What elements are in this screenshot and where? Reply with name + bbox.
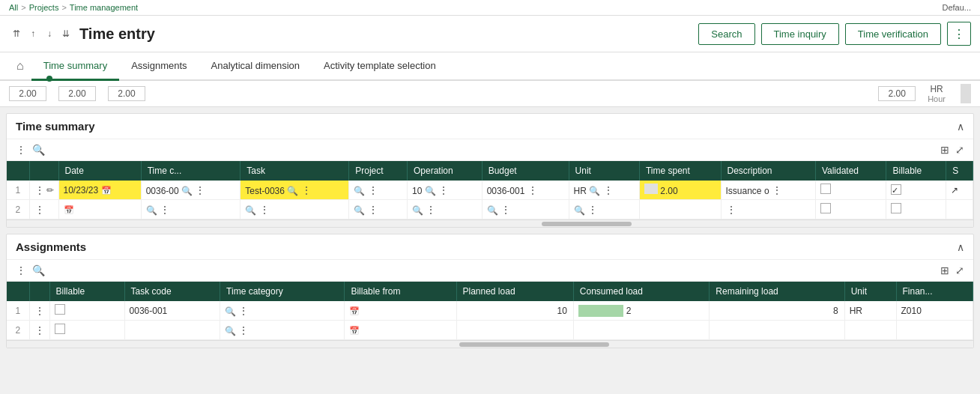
tab-analytical-dimension[interactable]: Analytical dimension [199,52,312,81]
kebab-bud-2[interactable]: ⋮ [500,204,511,216]
as-cell-billable-2 [49,321,124,340]
assignments-title: Assignments [16,240,86,253]
time-summary-scrollbar-thumb[interactable] [542,222,632,226]
as-cell-planned-2 [456,321,573,340]
row-num-2: 2 [7,200,29,219]
table-row: 2 ⋮ 📅 🔍 ⋮ 🔍 ⋮ [7,200,973,219]
kebab-task-2[interactable]: ⋮ [259,204,270,216]
row-num-1: 1 [7,181,29,200]
as-search-timecat-1[interactable]: 🔍 [225,306,236,317]
as-calendar-1[interactable]: 📅 [349,306,360,315]
as-cell-taskcode-1: 0036-001 [124,301,220,321]
partial-scroll-row: 2.00 2.00 2.00 2.00 HR Hour [0,81,980,107]
search-icon-project-1[interactable]: 🔍 [354,186,365,196]
cell-s-1: ↗ [946,181,973,200]
up-arrow[interactable]: ↑ [25,26,40,41]
search-icon-timecat-1[interactable]: 🔍 [181,186,193,196]
assignments-toolbar: ⋮ 🔍 ⊞ ⤢ [7,260,973,282]
row-actions-2: ⋮ [29,200,58,219]
calendar-icon-2[interactable]: 📅 [64,205,74,214]
breadcrumb-all[interactable]: All [9,3,18,12]
time-inquiry-button[interactable]: Time inquiry [761,23,839,45]
th-plannedload-as: Planned load [456,282,573,301]
row-1-edit-icon[interactable]: ✏ [46,185,54,196]
assignments-collapse-icon[interactable]: ∧ [957,241,964,253]
down-arrow[interactable]: ↓ [42,26,57,41]
as-kebab-timecat-1[interactable]: ⋮ [238,305,249,317]
time-summary-search-icon[interactable]: 🔍 [32,144,45,156]
checkbox-billable-1[interactable] [891,184,901,195]
as-search-timecat-2[interactable]: 🔍 [225,326,236,336]
th-billable-as: Billable [49,282,124,301]
time-summary-menu-icon[interactable]: ⋮ [16,144,26,156]
assignments-menu-icon[interactable]: ⋮ [16,264,26,276]
search-icon-unit-1[interactable]: 🔍 [589,186,600,196]
breadcrumb-projects[interactable]: Projects [29,3,59,12]
kebab-desc-2[interactable]: ⋮ [726,204,736,216]
kebab-unit-2[interactable]: ⋮ [587,204,598,216]
row-1-menu-icon[interactable]: ⋮ [34,184,45,196]
kebab-project-1[interactable]: ⋮ [368,184,378,196]
time-summary-layer-icon[interactable]: ⊞ [940,144,949,156]
kebab-unit-1[interactable]: ⋮ [603,184,614,196]
th-consumedload-as: Consumed load [573,282,710,301]
as-checkbox-billable-2[interactable] [55,324,65,334]
kebab-timecat-1[interactable]: ⋮ [195,184,205,196]
search-icon-task-1[interactable]: 🔍 [287,186,298,196]
kebab-op-1[interactable]: ⋮ [438,184,449,196]
assignments-layer-icon[interactable]: ⊞ [940,264,949,276]
assignments-header: Assignments ∧ [7,234,973,260]
checkbox-validated-1[interactable] [820,184,831,194]
as-calendar-2[interactable]: 📅 [349,326,360,335]
checkbox-validated-2[interactable] [820,203,831,213]
as-row-2-menu-icon[interactable]: ⋮ [34,324,45,336]
search-icon-op-2[interactable]: 🔍 [412,205,423,216]
cell-date-2: 📅 [58,200,141,219]
home-icon[interactable]: ⌂ [9,53,31,79]
assignments-scrollbar-thumb[interactable] [459,342,609,347]
calendar-icon-1[interactable]: 📅 [101,186,112,195]
as-row-1-menu-icon[interactable]: ⋮ [34,305,45,317]
as-cell-financial-2 [896,321,973,340]
cell-time-spent-2 [639,200,721,219]
first-arrow[interactable]: ⇈ [9,26,24,41]
th-description: Description [721,161,815,181]
kebab-tc-2[interactable]: ⋮ [160,204,170,216]
breadcrumb-time-management[interactable]: Time management [70,3,138,12]
th-unit-as: Unit [844,282,896,301]
search-icon-task-2[interactable]: 🔍 [245,205,256,216]
time-verification-button[interactable]: Time verification [845,23,941,45]
as-kebab-timecat-2[interactable]: ⋮ [238,324,249,336]
kebab-task-1[interactable]: ⋮ [301,184,312,196]
kebab-budget-1[interactable]: ⋮ [527,184,538,196]
search-button[interactable]: Search [698,23,754,45]
time-summary-collapse-icon[interactable]: ∧ [957,121,964,133]
th-time-cat: Time c... [141,161,241,181]
kebab-op-2[interactable]: ⋮ [426,204,436,216]
assignments-search-icon[interactable]: 🔍 [32,264,45,276]
checkbox-billable-2[interactable] [891,203,901,213]
time-summary-section: Time summary ∧ ⋮ 🔍 ⊞ ⤢ Date Time c... Ta… [6,113,974,228]
search-icon-proj-2[interactable]: 🔍 [354,205,365,216]
kebab-proj-2[interactable]: ⋮ [368,204,378,216]
search-icon-unit-2[interactable]: 🔍 [574,205,585,216]
as-checkbox-billable-1[interactable] [55,304,65,315]
search-icon-op-1[interactable]: 🔍 [425,186,436,196]
more-options-button[interactable]: ⋮ [947,22,971,46]
as-cell-unit-1: HR [844,301,896,321]
row-2-menu-icon[interactable]: ⋮ [34,204,45,216]
kebab-desc-1[interactable]: ⋮ [772,184,782,196]
tab-time-summary[interactable]: Time summary [31,52,119,81]
tab-assignments[interactable]: Assignments [119,52,199,81]
last-arrow[interactable]: ⇊ [58,26,73,41]
cell-billable-2 [886,200,946,219]
time-summary-expand-icon[interactable]: ⤢ [955,144,964,156]
assignments-expand-icon[interactable]: ⤢ [955,264,964,276]
tab-activity-template[interactable]: Activity template selection [312,52,448,81]
time-summary-scrollbar[interactable] [7,219,973,227]
search-icon-bud-2[interactable]: 🔍 [487,205,498,216]
th-validated: Validated [815,161,886,181]
search-icon-tc-2[interactable]: 🔍 [146,205,157,216]
assignments-scrollbar[interactable] [7,340,973,348]
th-rownum-as [7,282,29,301]
